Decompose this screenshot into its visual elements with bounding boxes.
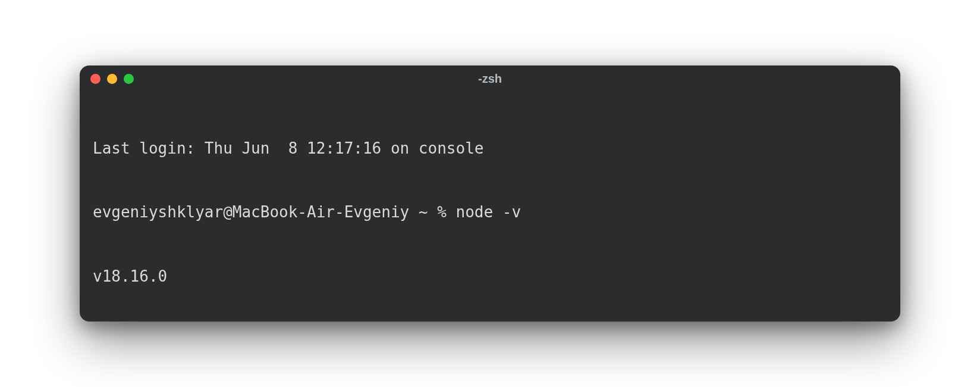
terminal-body[interactable]: Last login: Thu Jun 8 12:17:16 on consol… (80, 92, 900, 322)
minimize-icon[interactable] (107, 74, 117, 84)
titlebar: -zsh (80, 65, 900, 92)
terminal-line: Last login: Thu Jun 8 12:17:16 on consol… (93, 138, 887, 160)
terminal-window: -zsh Last login: Thu Jun 8 12:17:16 on c… (80, 65, 900, 322)
terminal-line: v18.16.0 (93, 266, 887, 288)
window-title: -zsh (80, 72, 900, 86)
terminal-line: evgeniyshklyar@MacBook-Air-Evgeniy ~ % n… (93, 202, 887, 223)
close-icon[interactable] (90, 74, 100, 84)
traffic-lights (90, 74, 134, 84)
maximize-icon[interactable] (124, 74, 134, 84)
